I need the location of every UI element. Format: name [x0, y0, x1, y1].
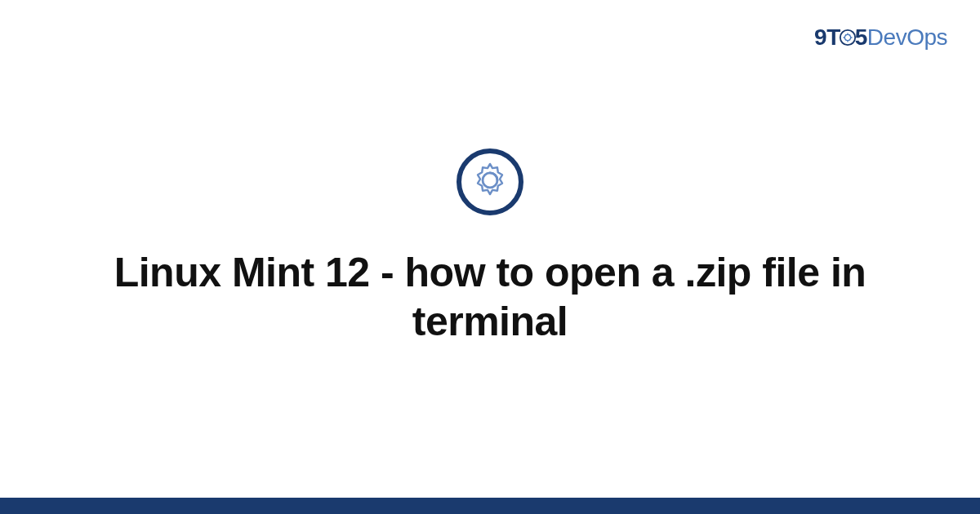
- gear-icon: [470, 161, 510, 203]
- main-content: Linux Mint 12 - how to open a .zip file …: [0, 148, 980, 346]
- brand-logo: 9T5DevOps: [814, 24, 947, 52]
- gear-icon: [839, 26, 857, 52]
- brand-logo-5: 5: [855, 24, 867, 50]
- brand-logo-devops: DevOps: [867, 24, 947, 50]
- gear-badge: [457, 148, 523, 215]
- page-title: Linux Mint 12 - how to open a .zip file …: [65, 248, 915, 346]
- brand-logo-9: 9: [814, 24, 826, 50]
- svg-point-0: [840, 29, 855, 44]
- footer-bar: [0, 498, 980, 514]
